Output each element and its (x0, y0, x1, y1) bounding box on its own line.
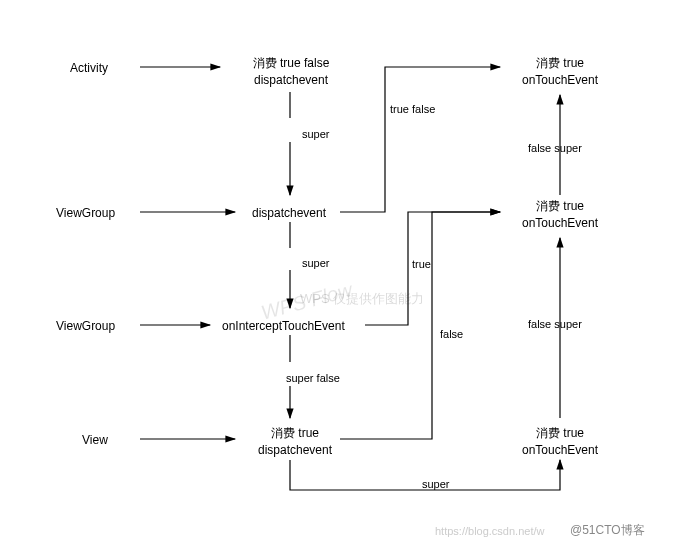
edge-super2-label: super (302, 257, 330, 269)
edge-falsesuper1-label: false super (528, 142, 582, 154)
view-dispatch-line1: 消费 true (250, 425, 340, 442)
activity-label: Activity (70, 60, 108, 77)
edge-truefalse-label: true false (390, 103, 435, 115)
edge-false-label: false (440, 328, 463, 340)
viewgroup-intercept-node: onInterceptTouchEvent (222, 318, 345, 335)
activity-touch-node: 消费 true onTouchEvent (510, 55, 610, 89)
csdn-watermark: https://blog.csdn.net/w (435, 525, 544, 537)
viewgroup-touch-line2: onTouchEvent (510, 215, 610, 232)
activity-touch-line2: onTouchEvent (510, 72, 610, 89)
activity-dispatch-node: 消费 true false dispatchevent (236, 55, 346, 89)
edge-falsesuper2-label: false super (528, 318, 582, 330)
viewgroup-touch-node: 消费 true onTouchEvent (510, 198, 610, 232)
arrow-true (365, 212, 500, 325)
edge-super1-label: super (302, 128, 330, 140)
edge-superfalse-label: super false (286, 372, 340, 384)
arrow-truefalse (340, 67, 500, 212)
view-touch-node: 消费 true onTouchEvent (510, 425, 610, 459)
wps-sub-watermark: WPS 仅提供作图能力 (300, 290, 424, 308)
viewgroup-dispatch-node: dispatchevent (252, 205, 326, 222)
activity-touch-line1: 消费 true (510, 55, 610, 72)
activity-dispatch-line2: dispatchevent (236, 72, 346, 89)
arrow-false (340, 212, 500, 439)
viewgroup-touch-line1: 消费 true (510, 198, 610, 215)
edge-true-label: true (412, 258, 431, 270)
viewgroup1-label: ViewGroup (56, 205, 115, 222)
activity-dispatch-line1: 消费 true false (236, 55, 346, 72)
edge-super3-label: super (422, 478, 450, 490)
attribution-label: @51CTO博客 (570, 522, 645, 539)
view-label: View (82, 432, 108, 449)
view-dispatch-line2: dispatchevent (250, 442, 340, 459)
view-touch-line1: 消费 true (510, 425, 610, 442)
view-touch-line2: onTouchEvent (510, 442, 610, 459)
view-dispatch-node: 消费 true dispatchevent (250, 425, 340, 459)
viewgroup2-label: ViewGroup (56, 318, 115, 335)
